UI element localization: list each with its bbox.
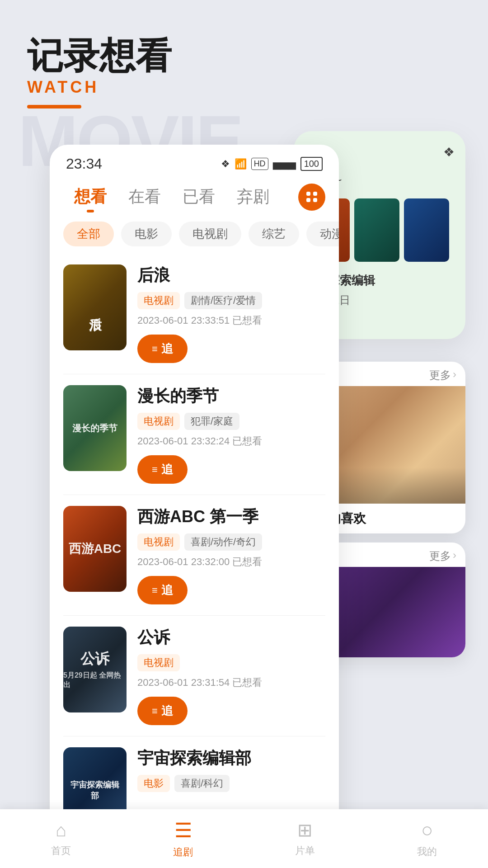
item-info-2: 漫长的季节 电视剧 犯罪/家庭 2023-06-01 23:32:24 已想看 … <box>137 385 325 484</box>
home-icon: ⌂ <box>56 820 66 840</box>
page-header: 记录想看 WATCH <box>0 0 488 122</box>
hd-icon: HD <box>251 158 268 170</box>
item-info-3: 西游ABC 第一季 电视剧 喜剧/动作/奇幻 2023-06-01 23:32:… <box>137 506 325 604</box>
track-icon: ≡ <box>152 464 158 476</box>
poster-text: 漫长的季节 <box>69 419 121 438</box>
title-underline <box>27 105 81 108</box>
list-item: 漫长的季节 漫长的季节 电视剧 犯罪/家庭 2023-06-01 23:32:2… <box>63 374 325 495</box>
tab-watched[interactable]: 已看 <box>172 181 226 212</box>
list-nav-icon: ⊞ <box>297 820 313 840</box>
list-item: 后浪 后浪 电视剧 剧情/医疗/爱情 2023-06-01 23:33:51 已… <box>63 254 325 374</box>
dots-grid-icon <box>306 192 317 202</box>
category-all[interactable]: 全部 <box>63 222 114 246</box>
item-poster-2[interactable]: 漫长的季节 <box>63 385 127 471</box>
item-poster-3[interactable]: 西游ABC <box>63 506 127 592</box>
category-variety[interactable]: 综艺 <box>249 222 299 246</box>
status-bar: 23:34 ❖ 📶 HD ▅▅▅ 100 <box>50 145 339 177</box>
item-tags: 电影 喜剧/科幻 <box>137 775 325 792</box>
track-button-2[interactable]: ≡ 追 <box>137 455 188 484</box>
type-tag: 电视剧 <box>137 292 180 309</box>
list-item: 西游ABC 西游ABC 第一季 电视剧 喜剧/动作/奇幻 2023-06-01 … <box>63 495 325 616</box>
nav-item-home[interactable]: ⌂ 首页 <box>0 820 122 858</box>
nav-item-mine[interactable]: ○ 我的 <box>366 819 488 859</box>
more-label-2[interactable]: 更多 <box>429 549 451 563</box>
track-button-3[interactable]: ≡ 追 <box>137 576 188 604</box>
nfc-icon: ❖ <box>443 145 455 160</box>
nfc-status-icon: ❖ <box>221 158 230 170</box>
chevron-right-icon-2: › <box>453 549 456 563</box>
item-meta: 2023-06-01 23:32:00 已想看 <box>137 555 325 569</box>
signal-icon: ▅▅▅ <box>273 158 296 170</box>
type-tag: 电视剧 <box>137 413 180 430</box>
status-icons: ❖ 📶 HD ▅▅▅ 100 <box>221 157 323 171</box>
item-tags: 电视剧 喜剧/动作/奇幻 <box>137 533 325 551</box>
tab-more-button[interactable] <box>298 184 325 211</box>
mini-poster-3 <box>404 198 449 262</box>
track-icon: ≡ <box>152 343 158 355</box>
nav-item-track[interactable]: ☰ 追剧 <box>122 819 244 859</box>
type-tag: 电视剧 <box>137 533 180 551</box>
nav-label-mine: 我的 <box>417 845 437 859</box>
mine-nav-icon: ○ <box>421 819 433 841</box>
item-info-5: 宇宙探索编辑部 电影 喜剧/科幻 <box>137 747 325 797</box>
track-button-1[interactable]: ≡ 追 <box>137 335 188 363</box>
tab-want[interactable]: 想看 <box>63 181 117 212</box>
page-title-cn: 记录想看 <box>27 36 461 76</box>
item-title: 宇宙探索编辑部 <box>137 747 325 769</box>
item-meta: 2023-06-01 23:33:51 已想看 <box>137 314 325 327</box>
nav-label-home: 首页 <box>51 844 71 858</box>
item-info-1: 后浪 电视剧 剧情/医疗/爱情 2023-06-01 23:33:51 已想看 … <box>137 264 325 363</box>
genre-tag: 喜剧/动作/奇幻 <box>184 533 262 551</box>
category-bar: 全部 电影 电视剧 综艺 动漫 <box>50 217 339 254</box>
wifi-icon: 📶 <box>235 158 247 170</box>
category-anime[interactable]: 动漫 <box>306 222 339 246</box>
item-info-4: 公诉 电视剧 2023-06-01 23:31:54 已想看 ≡ 追 <box>137 627 325 725</box>
item-meta: 2023-06-01 23:31:54 已想看 <box>137 676 325 689</box>
item-tags: 电视剧 剧情/医疗/爱情 <box>137 292 325 309</box>
mini-poster-2 <box>354 198 399 262</box>
track-button-4[interactable]: ≡ 追 <box>137 697 188 725</box>
track-nav-icon: ☰ <box>174 819 192 842</box>
track-icon: ≡ <box>152 705 158 717</box>
chevron-right-icon: › <box>453 368 456 382</box>
item-title: 公诉 <box>137 627 325 649</box>
track-icon: ≡ <box>152 585 158 596</box>
item-tags: 电视剧 <box>137 654 325 671</box>
genre-tag: 喜剧/科幻 <box>174 775 230 792</box>
poster-text: 公诉 <box>80 649 109 669</box>
nav-item-list[interactable]: ⊞ 片单 <box>244 820 366 858</box>
item-tags: 电视剧 犯罪/家庭 <box>137 413 325 430</box>
category-movie[interactable]: 电影 <box>121 222 172 246</box>
tab-dropped[interactable]: 弃剧 <box>226 181 280 212</box>
type-tag: 电影 <box>137 775 170 792</box>
main-card: 23:34 ❖ 📶 HD ▅▅▅ 100 想看 在看 已看 弃剧 <box>50 145 339 844</box>
genre-tag: 剧情/医疗/爱情 <box>184 292 262 309</box>
page-title-en: WATCH <box>27 78 461 97</box>
poster-text: 西游ABC <box>69 540 122 557</box>
battery-indicator: 100 <box>300 157 323 171</box>
status-time: 23:34 <box>66 156 102 172</box>
list-item: 公诉 5月29日起 全网热出 公诉 电视剧 2023-06-01 23:31:5… <box>63 616 325 736</box>
item-meta: 2023-06-01 23:32:24 已想看 <box>137 434 325 448</box>
more-label[interactable]: 更多 <box>429 368 451 382</box>
bottom-nav: ⌂ 首页 ☰ 追剧 ⊞ 片单 ○ 我的 <box>0 809 488 868</box>
genre-tag: 犯罪/家庭 <box>184 413 239 430</box>
tab-bar: 想看 在看 已看 弃剧 <box>50 177 339 217</box>
item-title: 漫长的季节 <box>137 385 325 407</box>
nav-label-list: 片单 <box>295 844 315 858</box>
content-list: 后浪 后浪 电视剧 剧情/医疗/爱情 2023-06-01 23:33:51 已… <box>50 254 339 844</box>
type-tag: 电视剧 <box>137 654 180 671</box>
nav-label-track: 追剧 <box>173 845 193 859</box>
poster-text: 宇宙探索编辑部 <box>63 776 127 805</box>
tab-watching[interactable]: 在看 <box>117 181 172 212</box>
item-poster-1[interactable]: 后浪 <box>63 264 127 350</box>
item-title: 西游ABC 第一季 <box>137 506 325 528</box>
item-poster-4[interactable]: 公诉 5月29日起 全网热出 <box>63 627 127 712</box>
category-tv[interactable]: 电视剧 <box>179 222 241 246</box>
item-title: 后浪 <box>137 264 325 287</box>
